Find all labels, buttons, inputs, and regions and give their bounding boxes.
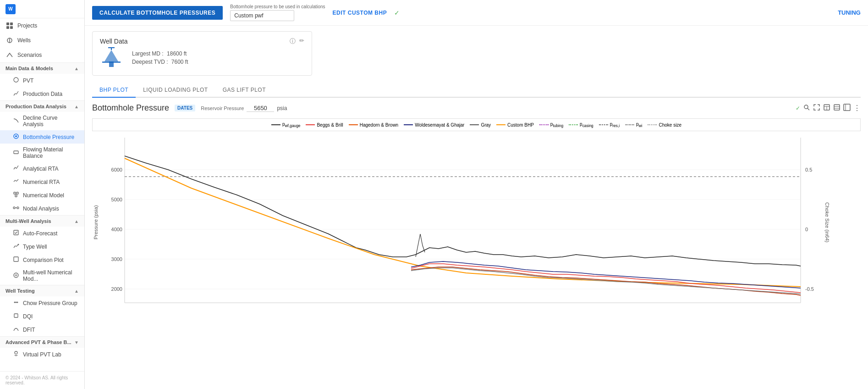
- main-data-section-header[interactable]: Main Data & Models ▲: [0, 62, 84, 74]
- svg-rect-0: [6, 22, 9, 25]
- chevron-down-icon: ▼: [74, 340, 79, 345]
- chart-legend: pwf,gauge Beggs & Brill Hagedorn & Brown…: [92, 118, 861, 131]
- bhp-section: Bottomhole Pressure DATES Reservoir Pres…: [92, 103, 861, 312]
- svg-rect-23: [14, 314, 18, 317]
- svg-text:5000: 5000: [111, 197, 122, 202]
- flowing-material-icon: [13, 149, 19, 157]
- svg-rect-38: [844, 104, 850, 111]
- check-icon: ✓: [394, 9, 400, 17]
- reservoir-pressure-input[interactable]: [247, 105, 274, 112]
- svg-point-6: [14, 78, 18, 82]
- legend-ptubing: ptubing: [539, 122, 563, 128]
- sidebar-item-numerical-rta[interactable]: Numerical RTA: [0, 175, 84, 189]
- well-stats: Largest MD : 18600 ft Deepest TVD : 7600…: [132, 50, 188, 65]
- sidebar-item-comparison-plot[interactable]: Comparison Plot: [0, 253, 84, 267]
- well-testing-section-header[interactable]: Well Testing ▲: [0, 285, 84, 296]
- svg-rect-16: [14, 230, 18, 235]
- bhp-select-label: Bottomhole pressure to be used in calcul…: [230, 4, 325, 9]
- zoom-icon[interactable]: [803, 104, 810, 112]
- sidebar-item-flowing-material-balance[interactable]: Flowing Material Balance: [0, 144, 84, 162]
- sidebar-item-dfit[interactable]: DFIT: [0, 323, 84, 336]
- svg-text:0: 0: [805, 227, 808, 232]
- svg-rect-1: [10, 22, 13, 25]
- sidebar-item-scenarios[interactable]: Scenarios: [0, 48, 84, 62]
- legend-choke-size: Choke size: [648, 122, 681, 128]
- production-data-analysis-section-header[interactable]: Production Data Analysis ▲: [0, 100, 84, 112]
- chevron-up-icon-2: ▲: [74, 104, 79, 109]
- dqi-icon: [13, 312, 19, 320]
- chevron-up-icon: ▲: [74, 66, 79, 71]
- sidebar-item-numerical-model[interactable]: Numerical Model: [0, 189, 84, 202]
- sidebar-item-chow-pressure[interactable]: Chow Pressure Group: [0, 296, 84, 310]
- virtual-pvt-icon: [13, 350, 19, 358]
- svg-rect-12: [15, 195, 17, 197]
- svg-rect-9: [14, 151, 18, 154]
- chart-svg: 6000 5000 4000 3000 2000 0.5 0 -0.5: [99, 133, 824, 312]
- top-bar: CALCULATE BOTTOMHOLE PRESSURES Bottomhol…: [85, 0, 868, 26]
- svg-point-21: [16, 302, 17, 303]
- more-options-icon[interactable]: ⋮: [853, 104, 861, 112]
- svg-rect-3: [10, 26, 13, 29]
- sidebar-item-nodal-analysis[interactable]: Nodal Analysis: [0, 202, 84, 215]
- calculate-bhp-button[interactable]: CALCULATE BOTTOMHOLE PRESSURES: [92, 6, 223, 20]
- sidebar-item-wells[interactable]: Wells: [0, 33, 84, 48]
- chow-pressure-icon: [13, 299, 19, 307]
- check-toolbar-icon[interactable]: ✓: [796, 105, 800, 111]
- well-pump-icon: [100, 45, 123, 70]
- sidebar-item-virtual-pvt[interactable]: Virtual PVT Lab: [0, 348, 84, 361]
- legend-pwi: pwi: [625, 122, 642, 128]
- edit-custom-bhp-button[interactable]: EDIT CUSTOM BHP: [333, 10, 387, 16]
- sidebar-item-decline-curve[interactable]: Decline Curve Analysis: [0, 112, 84, 130]
- app-logo-icon: W: [5, 4, 16, 14]
- sidebar-item-type-well[interactable]: Type Well: [0, 240, 84, 253]
- table-icon-1[interactable]: [823, 104, 830, 112]
- plot-tabs: BHP PLOT LIQUID LOADING PLOT GAS LIFT PL…: [92, 83, 861, 98]
- svg-point-22: [17, 302, 18, 303]
- line-beggs-brill: [411, 264, 801, 293]
- legend-gray: Gray: [470, 122, 491, 128]
- scenarios-icon: [5, 51, 14, 59]
- tab-liquid-loading-plot[interactable]: LIQUID LOADING PLOT: [136, 83, 215, 98]
- svg-rect-18: [14, 257, 18, 261]
- multi-well-section-header[interactable]: Multi-Well Analysis ▲: [0, 215, 84, 227]
- edit-icon[interactable]: ✏: [299, 37, 304, 45]
- info-icon[interactable]: ⓘ: [290, 37, 296, 45]
- dates-badge[interactable]: DATES: [175, 105, 195, 111]
- numerical-model-icon: [13, 191, 19, 199]
- comparison-plot-icon: [13, 256, 19, 264]
- legend-woldesemayat-ghajar: Woldesemayat & Ghajar: [404, 122, 464, 128]
- svg-rect-2: [6, 26, 9, 29]
- well-data-card: Well Data ⓘ ✏: [92, 31, 312, 76]
- bhp-select-wrapper: Custom pwf: [230, 10, 325, 21]
- advanced-pvt-section-header[interactable]: Advanced PVT & Phase B... ▼: [0, 336, 84, 348]
- sidebar-item-pvt[interactable]: PVT: [0, 74, 84, 87]
- sidebar-item-auto-forecast[interactable]: Auto-Forecast: [0, 227, 84, 240]
- svg-point-20: [14, 302, 16, 303]
- table-icon-2[interactable]: [833, 104, 841, 112]
- bhp-dropdown[interactable]: Custom pwf: [230, 10, 294, 21]
- tab-gas-lift-plot[interactable]: GAS LIFT PLOT: [215, 83, 273, 98]
- sidebar-item-projects[interactable]: Projects: [0, 18, 84, 33]
- reservoir-pressure-label: Reservoir Pressure: [201, 106, 244, 111]
- svg-line-31: [808, 108, 809, 110]
- legend-pres-i: pres,i: [599, 122, 620, 128]
- sidebar-item-bottomhole-pressure[interactable]: Bottomhole Pressure: [0, 130, 84, 144]
- legend-pwf-gauge: pwf,gauge: [271, 122, 300, 128]
- y-axis-right-label: Choke Size (in64): [824, 133, 831, 312]
- sidebar-item-multi-well-numerical[interactable]: Multi-well Numerical Mod...: [0, 267, 84, 285]
- y-axis-left-label: Pressure (psia): [92, 133, 99, 312]
- svg-marker-26: [104, 50, 118, 61]
- decline-curve-icon: [13, 117, 19, 125]
- resize-icon[interactable]: [813, 104, 820, 112]
- largest-md: Largest MD : 18600 ft: [132, 50, 188, 57]
- sidebar-item-dqi[interactable]: DQI: [0, 310, 84, 323]
- well-data-icons: ⓘ ✏: [290, 37, 304, 45]
- projects-icon: [5, 22, 14, 30]
- tab-bhp-plot[interactable]: BHP PLOT: [92, 83, 136, 98]
- tuning-button[interactable]: TUNING: [838, 9, 861, 16]
- expand-icon[interactable]: [843, 104, 851, 112]
- sidebar-item-production-data[interactable]: Production Data: [0, 87, 84, 100]
- sidebar-item-analytical-rta[interactable]: Analytical RTA: [0, 162, 84, 175]
- chevron-up-icon-4: ▲: [74, 289, 79, 294]
- bhp-section-title: Bottomhole Pressure: [92, 103, 169, 113]
